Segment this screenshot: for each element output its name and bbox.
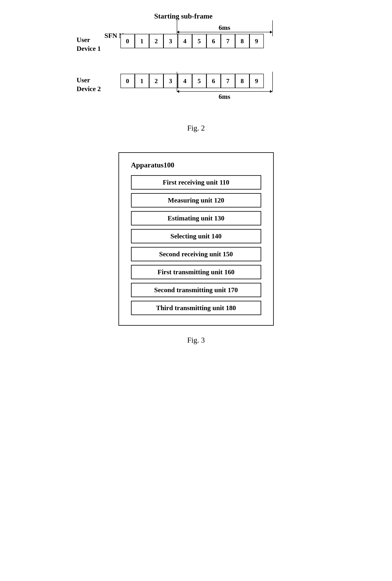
cell-d2-5: 5 <box>192 74 206 88</box>
cell-d1-0: 0 <box>120 34 135 48</box>
fig3-caption: Fig. 3 <box>187 336 205 344</box>
6ms-top-label: 6ms <box>177 24 272 32</box>
unit-140: Selecting unit 140 <box>131 229 261 243</box>
unit-180: Third transmitting unit 180 <box>131 301 261 315</box>
unit-120: Measuring unit 120 <box>131 193 261 208</box>
cell-d1-9: 9 <box>249 34 264 48</box>
6ms-top-arrow-container: 6ms <box>177 24 272 32</box>
device2-label: User Device 2 <box>77 76 101 93</box>
cell-d1-1: 1 <box>135 34 149 48</box>
6ms-top-line <box>177 32 272 32</box>
cell-d2-3: 3 <box>164 74 178 88</box>
starting-subframe-label: Starting sub-frame <box>154 12 213 20</box>
fig3-section: Apparatus100 First receiving unit 110 Me… <box>0 148 392 344</box>
cell-d2-2: 2 <box>149 74 164 88</box>
cell-d2-0: 0 <box>120 74 135 88</box>
apparatus-box: Apparatus100 First receiving unit 110 Me… <box>118 152 274 326</box>
section-spacer <box>0 132 392 148</box>
6ms-bottom-line <box>177 91 272 92</box>
unit-150: Second receiving unit 150 <box>131 247 261 261</box>
cell-d1-6: 6 <box>206 34 221 48</box>
6ms-bottom-arrow-left <box>177 90 179 93</box>
unit-160: First transmitting unit 160 <box>131 265 261 279</box>
device1-label: User Device 1 <box>77 36 101 53</box>
cell-d2-7: 7 <box>221 74 235 88</box>
cell-d1-2: 2 <box>149 34 164 48</box>
6ms-bottom-arrow-container: 6ms <box>177 91 272 100</box>
fig2-section: Starting sub-frame 6ms SFN N User Device… <box>0 0 392 132</box>
unit-170: Second transmitting unit 170 <box>131 283 261 297</box>
frame-row-1: 0 1 2 3 4 5 6 7 8 9 <box>120 34 264 48</box>
fig2-caption: Fig. 2 <box>187 124 205 132</box>
unit-110: First receiving unit 110 <box>131 175 261 190</box>
tick-d2-start <box>177 72 177 92</box>
cell-d2-1: 1 <box>135 74 149 88</box>
unit-130: Estimating unit 130 <box>131 211 261 226</box>
cell-d1-4: 4 <box>178 34 192 48</box>
frame-row-2: 0 1 2 3 4 5 6 7 8 9 <box>120 74 264 88</box>
cell-d1-5: 5 <box>192 34 206 48</box>
cell-d1-3: 3 <box>164 34 178 48</box>
cell-d2-6: 6 <box>206 74 221 88</box>
cell-d1-8: 8 <box>235 34 249 48</box>
cell-d1-7: 7 <box>221 34 235 48</box>
cell-d2-9: 9 <box>249 74 264 88</box>
diagram-container: Starting sub-frame 6ms SFN N User Device… <box>77 12 316 116</box>
apparatus-title: Apparatus100 <box>131 161 261 169</box>
tick-d1-end <box>272 20 273 36</box>
6ms-top-arrow-right <box>270 31 272 34</box>
tick-d2-end <box>272 72 273 92</box>
cell-d2-4: 4 <box>178 74 192 88</box>
6ms-bottom-arrow-right <box>270 90 272 93</box>
6ms-bottom-label: 6ms <box>177 93 272 100</box>
cell-d2-8: 8 <box>235 74 249 88</box>
